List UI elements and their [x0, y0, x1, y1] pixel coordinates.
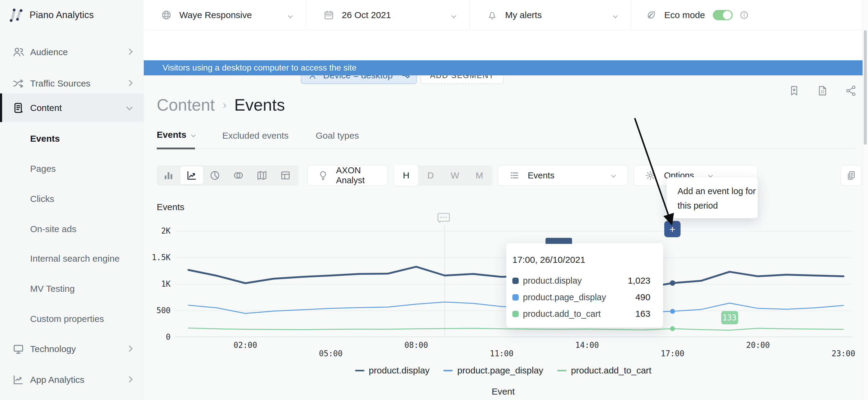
- tab-label: Excluded events: [222, 130, 288, 141]
- share-icon[interactable]: [844, 84, 857, 97]
- legend-item-product-add-to-cart[interactable]: product.add_to_cart: [557, 365, 652, 376]
- axon-analyst-label: AXON Analyst: [336, 165, 388, 185]
- topbar-right: Eco mode: [631, 0, 868, 30]
- sidebar-item-content[interactable]: Content: [0, 93, 144, 122]
- sidebar-item-internal-search-engine[interactable]: Internal search engine: [0, 249, 144, 269]
- scrollbar-thumb[interactable]: [864, 30, 867, 145]
- sidebar-item-custom-properties[interactable]: Custom properties: [0, 309, 144, 329]
- chevron-right-icon: [127, 346, 132, 352]
- sidebar-item-label: App Analytics: [30, 375, 84, 385]
- breadcrumb: Content › Events: [157, 95, 285, 115]
- date-selector-label: 26 Oct 2021: [342, 10, 391, 20]
- period-week-button[interactable]: W: [443, 165, 467, 186]
- tooltip-row-value: 1,023: [628, 276, 650, 286]
- monitor-icon: [11, 342, 25, 356]
- x-axis-tick: 02:00: [224, 341, 267, 350]
- x-axis-tick: 17:00: [652, 349, 694, 358]
- tab-label: Events: [157, 130, 186, 140]
- popover-text-line2: this period: [678, 198, 758, 213]
- events-dropdown[interactable]: Events: [498, 165, 627, 186]
- chevron-down-icon: [289, 13, 292, 19]
- breadcrumb-section[interactable]: Content: [157, 95, 215, 115]
- sidebar-item-label: On-site ads: [30, 224, 76, 234]
- topbar: Waye Responsive 26 Oct 2021 My alerts: [144, 0, 868, 30]
- info-icon[interactable]: [739, 10, 749, 20]
- chevron-down-icon: [191, 133, 196, 137]
- bell-icon: [487, 9, 498, 21]
- tab-goal-types[interactable]: Goal types: [316, 130, 359, 149]
- sidebar-item-events[interactable]: Events: [0, 129, 144, 149]
- bookmark-icon[interactable]: [788, 84, 801, 97]
- shuffle-icon: [11, 76, 25, 90]
- plus-icon: +: [670, 223, 675, 235]
- tab-events[interactable]: Events: [157, 130, 195, 149]
- copy-chart-button[interactable]: [841, 165, 861, 186]
- sidebar-item-label: Audience: [30, 47, 68, 57]
- line-chart-icon: [11, 373, 25, 387]
- chart-legend: product.display product.page_display pro…: [144, 365, 863, 376]
- svg-text:D: D: [821, 89, 824, 94]
- site-selector[interactable]: Waye Responsive: [144, 0, 306, 30]
- sidebar-item-audience[interactable]: Audience: [0, 42, 144, 62]
- saved-report-icon[interactable]: D: [816, 84, 829, 97]
- sidebar: Piano Analytics Audience Traffic Sources: [0, 0, 144, 400]
- sidebar-item-mv-testing[interactable]: MV Testing: [0, 279, 144, 299]
- series-line-product.add_to_cart: [188, 328, 844, 330]
- legend-item-product-display[interactable]: product.display: [355, 365, 430, 376]
- map-chart-type-button[interactable]: [250, 165, 274, 186]
- sidebar-item-app-analytics[interactable]: App Analytics: [0, 370, 144, 390]
- popover-text-line1: Add an event log for: [678, 184, 758, 198]
- tab-label: Goal types: [316, 130, 359, 141]
- tooltip-row: product.page_display 490: [513, 292, 657, 302]
- y-axis-tick: 0: [145, 333, 170, 341]
- pie-chart-type-button[interactable]: [203, 165, 227, 186]
- page-scrollbar[interactable]: [863, 0, 868, 400]
- tab-bar: Events Excluded events Goal types: [157, 130, 386, 149]
- segment-description-banner: Visitors using a desktop computer to acc…: [144, 60, 868, 75]
- bar-chart-type-button[interactable]: [157, 165, 180, 186]
- globe-icon: [161, 9, 172, 21]
- calendar-icon: [323, 9, 335, 21]
- sidebar-item-label: Traffic Sources: [30, 79, 90, 89]
- add-event-log-button[interactable]: +: [664, 221, 681, 237]
- brand-name: Piano Analytics: [30, 10, 94, 21]
- sidebar-item-traffic-sources[interactable]: Traffic Sources: [0, 73, 144, 93]
- breadcrumb-separator: ›: [223, 99, 227, 112]
- period-day-button[interactable]: D: [418, 165, 443, 186]
- list-icon: [509, 170, 520, 181]
- line-chart-type-button[interactable]: [180, 166, 203, 184]
- brand[interactable]: Piano Analytics: [0, 0, 144, 30]
- series-swatch: [513, 311, 519, 317]
- header-actions: D: [788, 84, 857, 97]
- x-axis-tick: 05:00: [310, 349, 352, 358]
- legend-item-product-page-display[interactable]: product.page_display: [443, 365, 543, 376]
- x-axis-tick: 20:00: [737, 341, 779, 350]
- period-month-button[interactable]: M: [467, 165, 492, 186]
- comment-bubble-icon[interactable]: [437, 212, 451, 224]
- piano-analytics-app: Piano Analytics Audience Traffic Sources: [0, 0, 868, 400]
- sidebar-item-clicks[interactable]: Clicks: [0, 189, 144, 209]
- chart-type-switcher: [157, 165, 299, 186]
- badge-value: 133: [722, 313, 737, 322]
- chevron-down-icon: [127, 105, 132, 111]
- sidebar-item-on-site-ads[interactable]: On-site ads: [0, 219, 144, 239]
- axon-analyst-button[interactable]: AXON Analyst: [307, 165, 388, 186]
- venn-chart-type-button[interactable]: [227, 165, 250, 186]
- date-selector[interactable]: 26 Oct 2021: [306, 0, 470, 30]
- segment-description-text: Visitors using a desktop computer to acc…: [162, 63, 356, 73]
- sidebar-item-pages[interactable]: Pages: [0, 159, 144, 179]
- x-axis-tick: 08:00: [395, 341, 437, 350]
- table-chart-type-button[interactable]: [274, 165, 297, 186]
- period-hour-button[interactable]: H: [394, 165, 418, 186]
- hover-dot-product.display: [670, 280, 675, 286]
- eco-mode-toggle[interactable]: [713, 10, 733, 20]
- alerts-selector[interactable]: My alerts: [470, 0, 631, 30]
- legend-label: product.page_display: [457, 365, 543, 376]
- sidebar-item-technology[interactable]: Technology: [0, 339, 144, 359]
- chart-tooltip: 17:00, 26/10/2021 product.display 1,023 …: [506, 243, 663, 328]
- data-point-badge: 133: [721, 311, 738, 324]
- y-axis-tick: 500: [145, 306, 170, 315]
- sidebar-item-label: Internal search engine: [30, 253, 120, 264]
- gear-icon: [645, 170, 656, 181]
- tab-excluded-events[interactable]: Excluded events: [222, 130, 288, 149]
